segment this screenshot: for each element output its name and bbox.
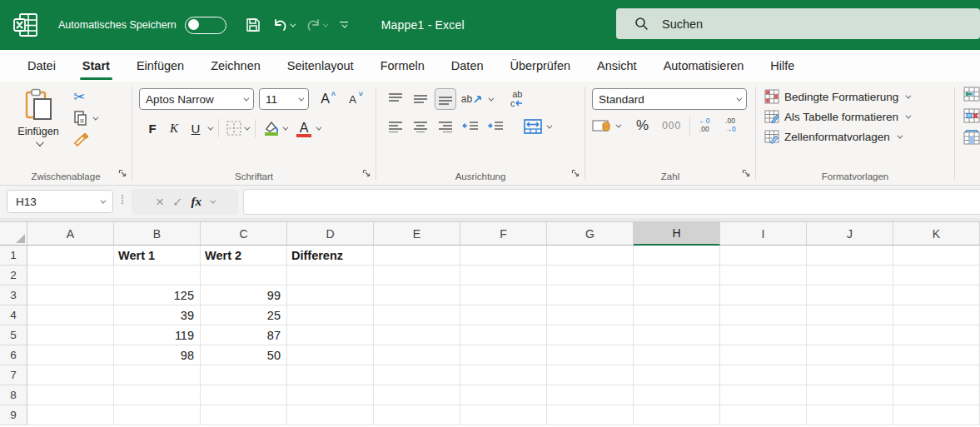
font-color-chevron[interactable] [316,124,321,130]
merge-center-button[interactable] [523,118,543,135]
row-header-9[interactable]: 9 [0,405,27,425]
row-header-3[interactable]: 3 [0,285,27,305]
cell-J1[interactable] [807,246,893,266]
tab-zeichnen[interactable]: Zeichnen [200,52,271,81]
cell-I1[interactable] [720,246,807,266]
cell-D5[interactable] [287,325,374,345]
tab-seitenlayout[interactable]: Seitenlayout [276,52,365,81]
select-all-corner[interactable] [0,222,27,246]
cell-C1[interactable]: Wert 2 [201,246,287,266]
cell-I6[interactable] [720,345,807,365]
insert-cells-button[interactable] [963,87,980,102]
cell-K6[interactable] [893,345,980,365]
column-header-A[interactable]: A [27,222,114,246]
cell-K4[interactable] [893,305,980,325]
italic-button[interactable]: K [164,118,184,138]
cell-I4[interactable] [720,305,807,325]
delete-cells-button[interactable] [963,108,980,123]
font-size-combobox[interactable]: 11 [259,88,309,110]
cell-G8[interactable] [547,385,634,405]
cell-F6[interactable] [460,345,547,365]
cell-K8[interactable] [893,385,980,405]
cell-I2[interactable] [720,266,807,285]
wrap-text-button[interactable]: ab c [510,90,525,108]
search-box[interactable]: Suchen [616,8,980,39]
clipboard-dialog-launcher[interactable] [118,166,127,181]
paste-button[interactable]: Einfügen [12,88,65,185]
cell-G4[interactable] [547,305,634,325]
align-middle-button[interactable] [410,88,431,110]
number-format-combobox[interactable]: Standard [592,88,747,110]
cell-B7[interactable] [114,365,201,385]
cell-A8[interactable] [27,385,114,405]
tab-datei[interactable]: Datei [17,52,67,81]
underline-button[interactable]: U [186,118,206,138]
cell-F5[interactable] [460,325,547,345]
cell-G2[interactable] [547,266,634,285]
cell-G3[interactable] [547,285,634,305]
increase-indent-button[interactable] [485,116,506,137]
percent-style-button[interactable]: % [636,117,649,134]
column-header-C[interactable]: C [201,222,287,246]
cell-E8[interactable] [374,385,460,405]
tab-ansicht[interactable]: Ansicht [586,52,648,81]
cell-J3[interactable] [807,285,893,305]
cell-K5[interactable] [893,325,980,345]
bold-button[interactable]: F [142,118,162,138]
cell-A1[interactable] [27,246,114,266]
cell-E4[interactable] [374,305,460,325]
cell-D8[interactable] [287,385,374,405]
tab-daten[interactable]: Daten [440,52,495,81]
cell-H8[interactable] [634,385,720,405]
cell-A7[interactable] [27,365,114,385]
increase-font-size-button[interactable]: A ˄ [314,89,336,109]
cell-H3[interactable] [634,285,720,305]
align-right-button[interactable] [435,116,456,137]
undo-button[interactable] [268,12,297,37]
cell-D4[interactable] [287,305,374,325]
cell-C2[interactable] [201,266,287,285]
orientation-button[interactable]: ab [460,88,485,110]
cell-H5[interactable] [634,325,720,345]
cell-I5[interactable] [720,325,807,345]
cell-H6[interactable] [634,345,720,365]
cell-E6[interactable] [374,345,460,365]
cell-I7[interactable] [720,365,807,385]
customize-quick-access-button[interactable] [340,22,348,29]
cell-H1[interactable] [634,246,720,266]
cell-K2[interactable] [893,266,980,285]
cell-J2[interactable] [807,266,893,285]
row-header-4[interactable]: 4 [0,305,27,325]
cell-G6[interactable] [547,345,634,365]
fill-color-button[interactable] [262,119,281,137]
cell-B4[interactable]: 39 [114,305,201,325]
tab-einfügen[interactable]: Einfügen [126,52,195,81]
cell-H4[interactable] [634,305,720,325]
cell-G1[interactable] [547,246,634,266]
increase-decimal-button[interactable]: ←0 .00 [699,117,709,134]
cell-A4[interactable] [27,305,114,325]
cell-B9[interactable] [114,405,201,425]
merge-center-chevron[interactable] [546,122,552,128]
decrease-font-size-button[interactable]: A ˅ [341,89,364,109]
cell-E7[interactable] [374,365,460,385]
underline-menu-chevron[interactable] [207,124,213,130]
insert-function-button[interactable]: fx [192,195,202,209]
cell-J8[interactable] [807,385,893,405]
cell-D2[interactable] [287,266,374,285]
decrease-indent-button[interactable] [460,116,481,137]
tab-formeln[interactable]: Formeln [370,52,435,81]
cell-A9[interactable] [27,405,114,425]
borders-menu-chevron[interactable] [244,124,250,130]
align-center-button[interactable] [410,116,431,137]
format-as-table-button[interactable]: Als Tabelle formatieren [764,107,954,127]
tab-überprüfen[interactable]: Überprüfen [500,52,582,81]
align-bottom-button[interactable] [435,88,456,110]
cell-F1[interactable] [460,246,547,266]
cell-F2[interactable] [460,266,547,285]
align-left-button[interactable] [385,116,406,137]
undo-menu-chevron[interactable] [290,21,296,27]
conditional-formatting-button[interactable]: Bedingte Formatierung [764,87,954,107]
cell-D6[interactable] [287,345,374,365]
alignment-dialog-launcher[interactable] [571,166,580,181]
